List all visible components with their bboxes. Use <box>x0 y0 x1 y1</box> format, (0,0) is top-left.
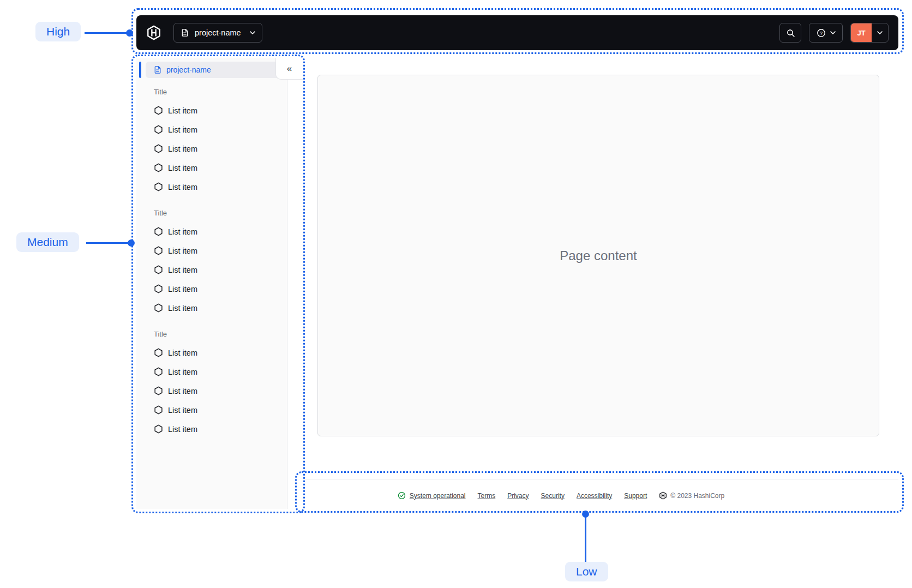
chevron-down-icon <box>872 31 888 34</box>
search-icon <box>786 28 795 38</box>
project-switcher-button[interactable]: project-name <box>173 23 262 43</box>
high-connector-line <box>85 32 129 34</box>
footer-link-privacy[interactable]: Privacy <box>507 492 529 500</box>
medium-connector-line <box>86 242 129 244</box>
list-item-label: List item <box>168 368 197 376</box>
sidebar-list-item[interactable]: List item <box>144 158 279 177</box>
footer-link-support[interactable]: Support <box>624 492 647 500</box>
section-title: Title <box>144 82 279 101</box>
sidebar-list-item[interactable]: List item <box>144 139 279 158</box>
project-switcher-label: project-name <box>195 28 241 37</box>
sidebar-project-label: project-name <box>166 65 211 74</box>
search-button[interactable] <box>779 23 801 43</box>
list-item-label: List item <box>168 425 197 434</box>
collapse-icon: « <box>287 63 292 74</box>
hexagon-icon <box>154 348 163 357</box>
sidebar-list-item[interactable]: List item <box>144 241 279 260</box>
hexagon-icon <box>154 367 163 376</box>
medium-priority-label: Medium <box>16 232 79 252</box>
footer-link-terms[interactable]: Terms <box>478 492 496 500</box>
hexagon-icon <box>154 246 163 255</box>
sidebar-list-item[interactable]: List item <box>144 177 279 196</box>
hexagon-icon <box>154 144 163 153</box>
sidebar-section: Title List item List item List item List… <box>144 82 279 196</box>
file-text-icon <box>181 28 189 37</box>
page-content-placeholder: Page content <box>560 248 637 263</box>
check-circle-icon <box>398 491 406 500</box>
list-item-label: List item <box>168 247 197 255</box>
sidebar-list-item[interactable]: List item <box>144 400 279 419</box>
high-priority-label: High <box>35 22 81 41</box>
hashicorp-logo-icon[interactable] <box>146 25 161 40</box>
sidebar-list-item[interactable]: List item <box>144 120 279 139</box>
avatar: JT <box>851 23 872 42</box>
chevron-down-icon <box>830 31 836 34</box>
section-title: Title <box>144 203 279 222</box>
hexagon-icon <box>154 106 163 115</box>
page-content-panel: Page content <box>317 75 879 436</box>
side-navigation: project-name Title List item List item L… <box>136 58 287 509</box>
sidebar-project-item[interactable]: project-name <box>146 62 280 78</box>
hexagon-icon <box>154 405 163 415</box>
svg-text:?: ? <box>819 30 822 35</box>
footer-link-accessibility[interactable]: Accessibility <box>577 492 612 500</box>
sidebar-header: project-name <box>144 62 279 78</box>
hashicorp-logo-icon <box>659 491 667 500</box>
sidebar-section: Title List item List item List item List… <box>144 325 279 439</box>
list-item-label: List item <box>168 406 197 415</box>
sidebar-list-item[interactable]: List item <box>144 362 279 381</box>
list-item-label: List item <box>168 304 197 313</box>
list-item-label: List item <box>168 183 197 191</box>
hexagon-icon <box>154 163 163 172</box>
app-footer: System operational Terms Privacy Securit… <box>305 479 898 512</box>
list-item-label: List item <box>168 387 197 395</box>
hexagon-icon <box>154 424 163 434</box>
file-text-icon <box>153 65 162 74</box>
sidebar-list-item[interactable]: List item <box>144 222 279 241</box>
sidebar-collapse-button[interactable]: « <box>275 58 303 80</box>
low-connector-dot <box>582 511 589 518</box>
sidebar-list-item[interactable]: List item <box>144 279 279 298</box>
chevron-down-icon <box>250 31 255 34</box>
medium-connector-dot <box>128 239 135 247</box>
navbar-actions: ? JT <box>779 23 889 43</box>
hexagon-icon <box>154 265 163 274</box>
hexagon-icon <box>154 284 163 293</box>
list-item-label: List item <box>168 285 197 293</box>
hexagon-icon <box>154 182 163 191</box>
high-connector-dot <box>126 29 133 37</box>
sidebar-section: Title List item List item List item List… <box>144 203 279 317</box>
list-item-label: List item <box>168 349 197 357</box>
hexagon-icon <box>154 125 163 134</box>
hexagon-icon <box>154 227 163 236</box>
system-status-link[interactable]: System operational <box>398 491 466 500</box>
active-indicator <box>139 62 141 78</box>
system-status-label: System operational <box>410 492 466 500</box>
list-item-label: List item <box>168 125 197 134</box>
sidebar-list-item[interactable]: List item <box>144 419 279 439</box>
list-item-label: List item <box>168 164 197 172</box>
help-menu-button[interactable]: ? <box>809 23 843 43</box>
sidebar-list-item[interactable]: List item <box>144 381 279 400</box>
low-connector-line <box>585 516 586 563</box>
sidebar-list-item[interactable]: List item <box>144 343 279 362</box>
user-menu-button[interactable]: JT <box>850 23 889 43</box>
copyright-text: © 2023 HashiCorp <box>670 492 724 500</box>
top-navbar: project-name ? JT <box>136 15 898 50</box>
sidebar-list-item[interactable]: List item <box>144 260 279 279</box>
list-item-label: List item <box>168 227 197 236</box>
sidebar-list-item[interactable]: List item <box>144 298 279 317</box>
hexagon-icon <box>154 386 163 395</box>
footer-row: System operational Terms Privacy Securit… <box>398 491 724 500</box>
footer-link-security[interactable]: Security <box>541 492 565 500</box>
sidebar-list-item[interactable]: List item <box>144 101 279 120</box>
hexagon-icon <box>154 303 163 313</box>
list-item-label: List item <box>168 266 197 274</box>
section-title: Title <box>144 325 279 343</box>
help-icon: ? <box>817 28 826 38</box>
list-item-label: List item <box>168 106 197 115</box>
list-item-label: List item <box>168 145 197 153</box>
low-priority-label: Low <box>565 562 608 581</box>
copyright: © 2023 HashiCorp <box>659 491 724 500</box>
